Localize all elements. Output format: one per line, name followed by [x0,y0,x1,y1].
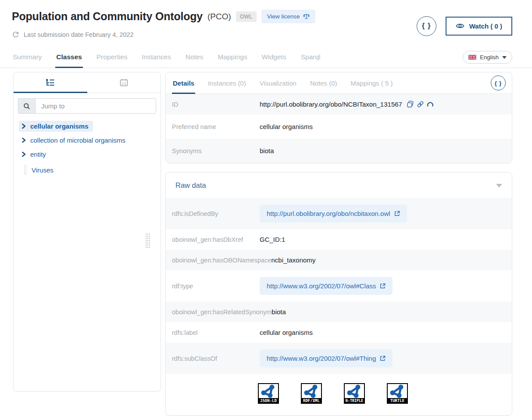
svg-text:RDF/XML: RDF/XML [303,398,320,403]
scale-icon [303,13,310,20]
tab-mappings-count[interactable]: Mappings ( 5 ) [350,72,394,94]
language-label: English [480,54,499,61]
uk-flag-icon [468,55,476,60]
tab-instances[interactable]: Instances [141,49,172,68]
row-label: rdf:type [172,283,260,290]
tab-widgets[interactable]: Widgets [261,49,287,68]
collapse-caret-icon[interactable] [496,184,502,187]
chip-url: http://www.w3.org/2002/07/owl#Thing [267,355,376,362]
raw-row-rdftype: rdf:type http://www.w3.org/2002/07/owl#C… [166,270,512,302]
tree-item-cellular-organisms[interactable]: cellular organisms [19,121,93,132]
api-code-button[interactable]: { } [417,16,436,36]
details-tab-bar: Details Instances (0) Visualization Note… [166,72,512,94]
tab-notes[interactable]: Notes [185,49,204,68]
download-rdf-xml-icon[interactable]: RDF/XML [301,383,322,404]
detail-row-id: ID http://purl.obolibrary.org/obo/NCBITa… [166,94,512,115]
tree-icon [46,79,55,86]
link-chip[interactable]: http://www.w3.org/2002/07/owl#Class [260,277,393,295]
tab-properties[interactable]: Properties [96,49,129,68]
row-value: http://purl.obolibrary.org/obo/NCBITaxon… [260,101,402,108]
chevron-right-icon[interactable] [21,137,26,143]
tab-visualization[interactable]: Visualization [259,72,297,94]
row-value: GC_ID:1 [260,236,285,243]
class-tree-panel: cellular organisms collection of microbi… [13,72,161,391]
row-label: rdfs:isDefinedBy [172,210,260,217]
tree-item-entity[interactable]: entity [19,149,50,160]
svg-text:JSON-LD: JSON-LD [260,398,277,403]
tab-classes[interactable]: Classes [55,49,83,68]
watch-button[interactable]: Watch ( 0 ) [446,17,512,36]
tab-instances-count[interactable]: Instances (0) [207,72,247,94]
download-json-ld-icon[interactable]: JSON-LD [258,383,279,404]
row-value: ncbi_taxonomy [271,256,316,264]
raw-row-subclassof: rdfs:subClassOf http://www.w3.org/2002/0… [166,343,512,374]
raw-row-hasrelatedsynonym: oboinowl_gen:hasRelatedSynonym biota [166,302,512,322]
svg-text:TURTLE: TURTLE [390,398,405,403]
details-card: Details Instances (0) Visualization Note… [165,72,512,163]
row-value: biota [271,308,286,316]
tree-item-collection-of-microbial-organisms[interactable]: collection of microbial organisms [19,135,130,146]
tree-item-label: entity [30,151,46,158]
download-n-triple-icon[interactable]: N-TRIPLE [344,383,365,404]
row-label: Synonyms [172,147,260,154]
main-tab-bar: Summary Classes Properties Instances Not… [0,49,532,68]
row-label: Preferred name [172,123,260,130]
external-link-icon [394,211,400,216]
tab-notes-count[interactable]: Notes (0) [309,72,338,94]
link-icon[interactable] [417,101,424,108]
format-badge: OWL [236,11,257,22]
tree-item-viruses[interactable]: Viruses [20,163,58,177]
tab-tree-view[interactable] [14,72,87,93]
raw-row-hasdbxref: oboinowl_gen:hasDbXref GC_ID:1 [166,229,512,250]
page-header: Population and Community Ontology (PCO) … [0,0,532,38]
row-label: oboinowl_gen:hasRelatedSynonym [172,309,271,316]
panel-resize-handle[interactable] [145,233,150,248]
tree-item-label: cellular organisms [30,122,89,130]
class-api-button[interactable]: { } [491,75,506,90]
row-label: oboinowl_gen:hasDbXref [172,236,260,243]
copy-icon[interactable] [407,101,414,108]
last-submission-date: Last submission date February 4, 2022 [24,31,134,38]
leaf-indicator [24,165,27,175]
tab-sparql[interactable]: Sparql [300,49,321,68]
chevron-right-icon[interactable] [21,151,26,157]
row-label: rdfs:label [172,329,260,336]
tree-item-label: collection of microbial organisms [30,136,125,144]
ontology-acronym: (PCO) [207,12,231,22]
row-value: cellular organisms [260,329,313,336]
tab-details[interactable]: Details [172,72,195,94]
link-chip[interactable]: http://purl.obolibrary.org/obo/ncbitaxon… [260,205,407,223]
external-link-icon [380,283,386,289]
detail-row-synonyms: Synonyms biota [166,139,512,163]
search-icon [18,98,35,114]
view-license-label: View license [267,13,300,20]
chevron-right-icon[interactable] [21,123,26,129]
raw-row-hasobonamespace: oboinowl_gen:hasOBONamespace ncbi_taxono… [166,250,512,270]
row-value: cellular organisms [260,123,313,130]
tab-date-view[interactable] [87,72,161,93]
link-chip[interactable]: http://www.w3.org/2002/07/owl#Thing [260,349,393,367]
tab-summary[interactable]: Summary [12,49,43,68]
raw-row-isdefinedby: rdfs:isDefinedBy http://purl.obolibrary.… [166,198,512,229]
calendar-icon [120,79,128,86]
chevron-down-icon [502,56,507,59]
watch-label: Watch ( 0 ) [469,22,502,30]
tab-mappings[interactable]: Mappings [217,49,248,68]
content-area: cellular organisms collection of microbi… [0,68,532,416]
download-formats: JSON-LD RDF/XML [258,374,512,415]
details-column: Details Instances (0) Visualization Note… [165,72,512,416]
language-selector[interactable]: English [463,51,512,64]
eye-icon [456,23,464,29]
external-link-icon [380,355,386,361]
row-value: biota [260,147,274,154]
row-label: ID [172,101,260,108]
fetch-arc-icon[interactable] [427,101,434,108]
svg-text:N-TRIPLE: N-TRIPLE [346,398,363,403]
download-turtle-icon[interactable]: TURTLE [387,383,408,404]
refresh-icon [12,31,19,38]
row-label: oboinowl_gen:hasOBONamespace [172,257,271,264]
chip-url: http://purl.obolibrary.org/obo/ncbitaxon… [267,210,390,217]
view-license-button[interactable]: View license [261,10,315,23]
raw-row-rdfslabel: rdfs:label cellular organisms [166,322,512,343]
jump-to-input[interactable] [35,98,156,114]
